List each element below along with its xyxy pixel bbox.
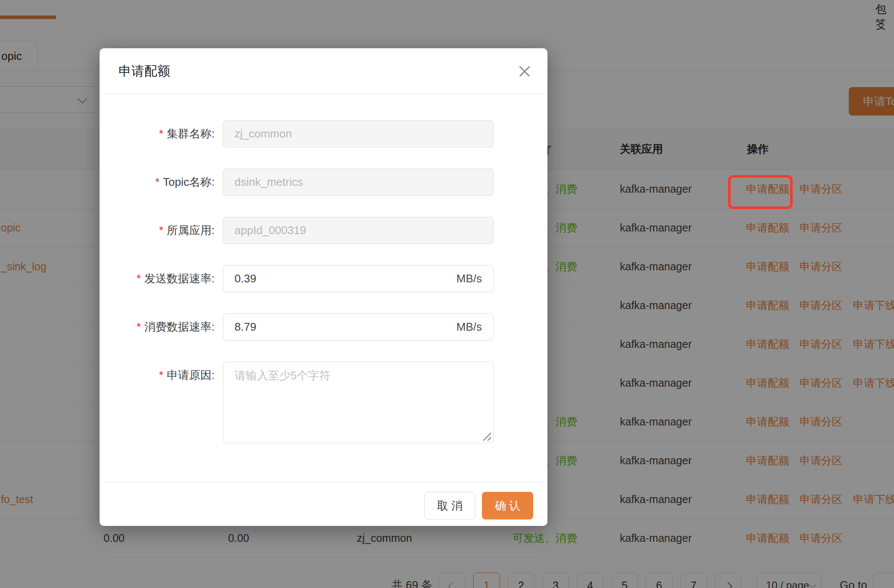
topic-name-label: *Topic名称: [100,169,215,196]
consume-rate-label: *消费数据速率: [100,313,215,341]
apply-reason-placeholder: 请输入至少5个字符 [234,369,330,382]
send-rate-input[interactable]: 0.39MB/s [223,265,494,292]
unit-suffix: MB/s [456,314,482,340]
close-icon[interactable] [518,65,531,78]
required-asterisk: * [159,224,163,237]
cluster-name-label: *集群名称: [100,120,215,147]
unit-suffix: MB/s [456,266,482,292]
required-asterisk: * [137,272,141,285]
red-highlight-annotation [728,175,793,209]
required-asterisk: * [159,369,163,382]
cancel-button[interactable]: 取 消 [424,492,475,519]
modal-header: 申请配额 [100,48,547,94]
send-rate-label: *发送数据速率: [100,265,215,292]
owner-app-input[interactable]: appId_000319 [223,217,494,244]
required-asterisk: * [137,320,141,333]
textarea-resize-handle[interactable] [482,432,491,441]
apply-quota-modal: 申请配额 *集群名称:zj_common*Topic名称:dsink_metri… [100,48,547,526]
confirm-button[interactable]: 确 认 [482,492,533,519]
consume-rate-input[interactable]: 8.79MB/s [223,313,494,341]
apply-reason-textarea[interactable]: 请输入至少5个字符 [223,362,494,443]
modal-footer: 取 消 确 认 [100,482,547,526]
owner-app-label: *所属应用: [100,217,215,244]
cluster-name-input[interactable]: zj_common [223,120,494,147]
apply-reason-label: *申请原因: [100,362,215,389]
modal-title: 申请配额 [119,48,170,94]
topic-name-input[interactable]: dsink_metrics [223,169,494,196]
required-asterisk: * [155,175,159,188]
required-asterisk: * [159,127,163,140]
